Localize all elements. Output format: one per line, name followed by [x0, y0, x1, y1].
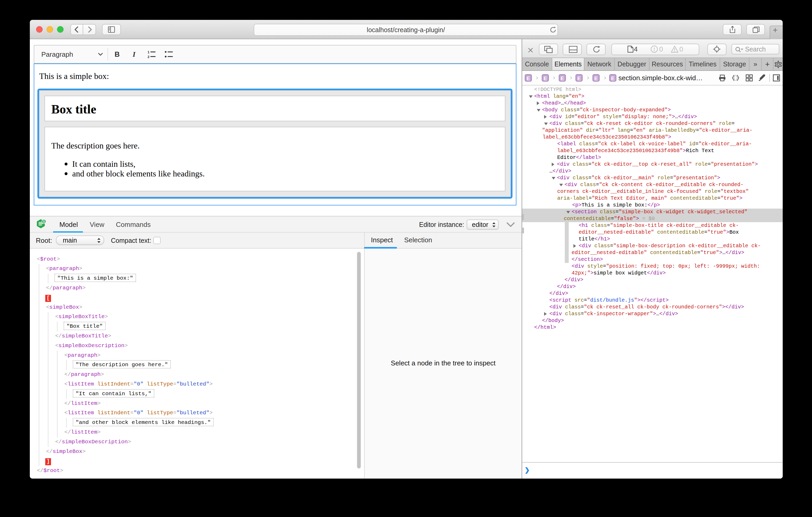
svg-text:1: 1	[148, 51, 149, 54]
svg-text:5: 5	[43, 219, 45, 223]
svg-text:2: 2	[148, 55, 149, 58]
